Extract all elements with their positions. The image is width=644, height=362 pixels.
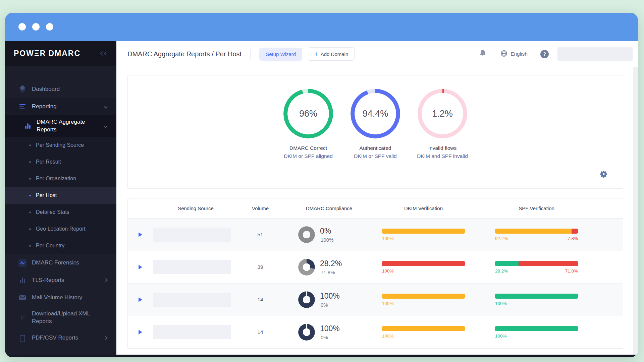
- sidebar-item-geo-location-report[interactable]: Geo Location Report: [5, 221, 116, 237]
- dkim-bar: [382, 261, 465, 266]
- setup-wizard-button[interactable]: Setup Wizard: [259, 48, 302, 61]
- sidebar-item-dmarc-forensics[interactable]: DMARC Forensics: [5, 254, 116, 272]
- add-domain-button[interactable]: +Add Domain: [308, 47, 355, 61]
- compliance-donut: [298, 259, 315, 276]
- dkim-left-label: 100%: [382, 268, 394, 274]
- sidebar-collapse-icon[interactable]: [101, 52, 108, 55]
- sidebar-item-mail-volume-history[interactable]: Mail Volume History: [5, 289, 116, 306]
- summary-donut-invalid-flows: 1.2% Invalid flows DKIM and SPF invalid: [413, 89, 472, 188]
- sending-source-redacted: [153, 293, 231, 307]
- compliance-sub-value: 0%: [321, 302, 340, 308]
- spf-left-label: 100%: [495, 301, 507, 306]
- table-row: 39 28.2%71.8% 100% 28.2%71.8%: [128, 251, 623, 284]
- spf-bar: [495, 326, 578, 331]
- settings-gear-icon[interactable]: [599, 170, 608, 180]
- help-icon[interactable]: ?: [540, 50, 549, 58]
- compliance-donut: [298, 226, 315, 243]
- sidebar-item-dashboard[interactable]: Dashboard: [5, 80, 116, 98]
- dkim-left-label: 100%: [382, 301, 394, 306]
- bullet-icon: [29, 144, 31, 146]
- chevron-down-icon: [104, 124, 107, 128]
- column-header-dkim-verification: DKIM Verification: [382, 205, 465, 211]
- summary-donut-authenticated: 94.4% Authenticated DKIM or SPF valid: [346, 89, 405, 188]
- donut-title: Authenticated: [346, 145, 405, 151]
- compliance-sub-value: 100%: [321, 237, 333, 243]
- bullet-icon: [29, 195, 31, 196]
- spf-bar: [495, 229, 578, 234]
- donut-value: 1.2%: [418, 89, 467, 138]
- sidebar-item-per-organization[interactable]: Per Organization: [5, 170, 116, 187]
- sidebar-item-per-result[interactable]: Per Result: [5, 154, 116, 170]
- expand-row-icon[interactable]: [139, 232, 142, 237]
- bullet-icon: [29, 228, 31, 230]
- summary-donut-dmarc-correct: 96% DMARC Correct DKIM or SPF aligned: [279, 89, 337, 188]
- compliance-main-value: 0%: [320, 227, 333, 236]
- compliance-donut: [298, 291, 315, 308]
- column-header-volume: Volume: [238, 205, 282, 211]
- language-label: English: [511, 51, 528, 57]
- sidebar-nav: Dashboard Reporting DMARC Aggregate Repo…: [5, 66, 116, 347]
- bullet-icon: [29, 161, 31, 163]
- notifications-bell-icon[interactable]: [479, 49, 486, 59]
- expand-row-icon[interactable]: [139, 265, 142, 269]
- window-control-dot[interactable]: [32, 23, 40, 31]
- expand-row-icon[interactable]: [139, 330, 142, 335]
- table-row: 51 0%100% 100% 92.2%7.8%: [128, 219, 623, 251]
- compliance-main-value: 100%: [320, 324, 340, 333]
- plus-icon: +: [314, 51, 318, 57]
- sidebar-item-per-country[interactable]: Per Country: [5, 237, 116, 254]
- sidebar-item-per-sending-source[interactable]: Per Sending Source: [5, 137, 116, 154]
- sidebar: POWΞRDMARC Dashboard Reporting DM: [5, 41, 116, 357]
- table-row: 14 100%0% 100% 100%: [128, 284, 623, 316]
- spf-left-label: 100%: [495, 334, 507, 339]
- window-footer-strip: [5, 355, 638, 357]
- spf-left-label: 28.2%: [495, 268, 508, 274]
- column-header-spf-verification: SPF Verification: [495, 205, 578, 211]
- window-titlebar: [5, 13, 638, 41]
- dkim-bar: [382, 229, 465, 234]
- window-control-dot[interactable]: [18, 23, 26, 31]
- compliance-main-value: 100%: [320, 292, 340, 301]
- sidebar-item-dmarc-aggregate-reports[interactable]: DMARC Aggregate Reports: [5, 115, 116, 137]
- donut-value: 96%: [283, 89, 333, 138]
- spf-bar: [495, 261, 578, 266]
- sidebar-item-download-upload-xml-reports[interactable]: ↓↑ Download/Upload XML Reports: [5, 306, 116, 329]
- compliance-main-value: 28.2%: [320, 259, 342, 268]
- donut-title: Invalid flows: [413, 145, 472, 151]
- document-brackets-icon: [18, 335, 26, 341]
- account-area[interactable]: [557, 47, 633, 61]
- page-title: DMARC Aggregate Reports / Per Host: [127, 50, 241, 58]
- sidebar-item-reporting[interactable]: Reporting: [5, 98, 116, 115]
- dkim-bar: [382, 326, 465, 331]
- compliance-donut: [298, 324, 315, 341]
- powerdmarc-logo: POWΞRDMARC: [14, 49, 80, 58]
- sidebar-item-per-host[interactable]: Per Host: [5, 187, 116, 204]
- compliance-sub-value: 71.8%: [321, 269, 342, 275]
- spf-bar: [495, 294, 578, 299]
- donut-subtitle: DKIM or SPF aligned: [279, 153, 337, 159]
- dashboard-layers-icon: [18, 86, 26, 93]
- main-content: DMARC Aggregate Reports / Per Host Setup…: [116, 41, 638, 357]
- expand-row-icon[interactable]: [139, 297, 142, 302]
- compliance-sub-value: 0%: [321, 335, 340, 340]
- sidebar-item-pdf-csv-reports[interactable]: PDF/CSV Reports: [5, 329, 116, 347]
- sidebar-item-detailed-stats[interactable]: Detailed Stats: [5, 204, 116, 221]
- dkim-left-label: 100%: [382, 236, 394, 241]
- summary-card: 96% DMARC Correct DKIM or SPF aligned 94…: [127, 75, 623, 189]
- download-upload-arrows-icon: ↓↑: [18, 314, 26, 321]
- sending-source-redacted: [153, 260, 231, 274]
- chevron-right-icon: [104, 336, 107, 340]
- spf-left-label: 92.2%: [495, 236, 508, 241]
- app-window: POWΞRDMARC Dashboard Reporting DM: [5, 13, 638, 357]
- reporting-lines-icon: [18, 104, 26, 109]
- language-selector[interactable]: English: [500, 50, 528, 58]
- volume-value: 51: [238, 232, 282, 238]
- scrollbar[interactable]: [633, 67, 638, 355]
- globe-icon: [500, 50, 507, 58]
- spf-right-label: 7.8%: [568, 236, 578, 241]
- page-header: DMARC Aggregate Reports / Per Host Setup…: [116, 41, 638, 67]
- sidebar-item-tls-reports[interactable]: TLS-Reports: [5, 272, 116, 289]
- window-control-dot[interactable]: [46, 23, 53, 31]
- sending-source-redacted: [153, 228, 231, 242]
- chevron-down-icon: [104, 105, 107, 108]
